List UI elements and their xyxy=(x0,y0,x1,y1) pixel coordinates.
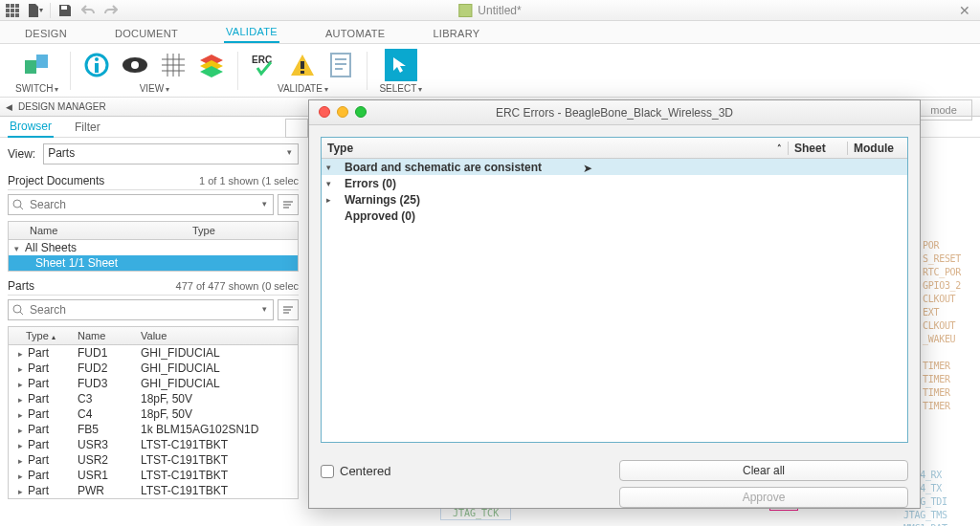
proj-docs-count: 1 of 1 shown (1 selec xyxy=(199,175,299,186)
qa-redo-icon[interactable] xyxy=(102,2,120,19)
parts-search-input[interactable] xyxy=(28,302,269,318)
erc-grid: Type˄ Sheet Module ▾Board and schematic … xyxy=(321,137,908,443)
ribbon-tabs: DESIGN DOCUMENT VALIDATE AUTOMATE LIBRAR… xyxy=(0,21,980,44)
view-select[interactable]: Parts xyxy=(43,143,299,164)
grid-col-module[interactable]: Module xyxy=(848,142,907,155)
search-icon xyxy=(12,304,24,316)
ribbon: SWITCH VIEW ERC VALIDATE SELECT xyxy=(0,44,980,98)
eye-icon[interactable] xyxy=(121,51,149,79)
svg-line-34 xyxy=(20,312,23,315)
mode-select[interactable]: mode xyxy=(915,99,972,121)
dialog-minimize-icon[interactable] xyxy=(337,106,348,118)
group-view-label: VIEW xyxy=(140,83,165,94)
qa-grid-icon[interactable] xyxy=(4,2,21,19)
svg-rect-10 xyxy=(25,60,36,74)
part-row[interactable]: PartC318pF, 50V xyxy=(9,391,298,406)
group-switch-label: SWITCH xyxy=(15,83,53,94)
group-validate-label: VALIDATE xyxy=(278,83,323,94)
grid-icon[interactable] xyxy=(159,51,188,79)
col-value[interactable]: Value xyxy=(135,330,298,341)
part-row[interactable]: PartFUD1GHI_FIDUCIAL xyxy=(9,345,298,361)
layers-icon[interactable] xyxy=(197,51,226,79)
sort-button[interactable] xyxy=(278,299,299,320)
parts-body: PartFUD1GHI_FIDUCIALPartFUD2GHI_FIDUCIAL… xyxy=(8,345,299,499)
select-icon[interactable] xyxy=(385,49,417,81)
clear-all-button[interactable]: Clear all xyxy=(619,460,908,481)
grid-row-errors[interactable]: ▾Errors (0) xyxy=(322,175,907,191)
part-row[interactable]: PartUSR2LTST-C191TBKT xyxy=(9,452,298,468)
qa-undo-icon[interactable] xyxy=(79,2,97,19)
part-row[interactable]: PartFUD2GHI_FIDUCIAL xyxy=(9,361,298,376)
tab-automate[interactable]: AUTOMATE xyxy=(323,24,388,43)
info-icon[interactable] xyxy=(82,51,111,79)
tab-library[interactable]: LIBRARY xyxy=(431,24,481,43)
grid-col-sheet[interactable]: Sheet xyxy=(789,142,848,155)
canvas-net-labels: PORS_RESETRTC_PORGPIO3_2CLKOUTEXTCLKOUT_… xyxy=(923,239,980,413)
search-icon xyxy=(12,199,24,210)
part-row[interactable]: PartC418pF, 50V xyxy=(9,406,298,422)
sheets-header: Name Type xyxy=(8,221,299,240)
tab-design[interactable]: DESIGN xyxy=(23,24,69,43)
switch-icon[interactable] xyxy=(23,51,52,79)
dm-tab-filter[interactable]: Filter xyxy=(73,118,102,137)
grid-row-approved[interactable]: Approved (0) xyxy=(322,208,907,224)
warning-icon[interactable] xyxy=(288,51,317,79)
svg-rect-2 xyxy=(15,4,19,8)
window-title-text: Untitled* xyxy=(478,4,521,17)
grid-row-consistent[interactable]: ▾Board and schematic are consistent xyxy=(322,159,907,175)
group-select-label: SELECT xyxy=(379,83,416,94)
svg-rect-8 xyxy=(15,13,19,17)
qa-new-icon[interactable]: ▾ xyxy=(27,2,44,19)
svg-rect-4 xyxy=(11,9,14,12)
title-bar: ▾ Untitled* ✕ xyxy=(0,0,980,21)
tree-all-sheets[interactable]: All Sheets xyxy=(9,240,298,255)
dialog-close-icon[interactable] xyxy=(319,106,330,118)
svg-rect-5 xyxy=(15,9,19,12)
col-type[interactable]: Type xyxy=(192,225,298,236)
svg-point-16 xyxy=(131,61,139,69)
svg-line-29 xyxy=(20,207,23,209)
tab-validate[interactable]: VALIDATE xyxy=(224,22,279,43)
col-name[interactable]: Name xyxy=(9,225,192,236)
dm-body: View: Parts Project Documents 1 of 1 sho… xyxy=(0,138,306,499)
centered-checkbox[interactable]: Centered xyxy=(321,464,390,478)
parts-search[interactable] xyxy=(8,299,274,320)
proj-docs-search-input[interactable] xyxy=(28,197,269,212)
svg-point-33 xyxy=(13,305,21,313)
part-row[interactable]: PartPWRLTST-C191TBKT xyxy=(9,483,298,498)
sort-button[interactable] xyxy=(278,194,299,215)
col-type: Type ▴ xyxy=(9,330,78,341)
proj-docs-title: Project Documents xyxy=(8,174,104,187)
svg-rect-14 xyxy=(95,63,99,73)
tab-document[interactable]: DOCUMENT xyxy=(113,24,180,43)
parts-header: Type ▴ Name Value xyxy=(8,326,299,345)
dm-tab-browser[interactable]: Browser xyxy=(8,117,54,138)
window-title: Untitled* xyxy=(458,4,521,17)
part-row[interactable]: PartFB51k BLM15AG102SN1D xyxy=(9,422,298,437)
svg-point-13 xyxy=(95,57,99,61)
svg-rect-1 xyxy=(11,4,14,8)
svg-rect-0 xyxy=(6,4,10,8)
svg-rect-11 xyxy=(36,55,48,68)
report-icon[interactable] xyxy=(326,51,355,79)
part-row[interactable]: PartUSR1LTST-C191TBKT xyxy=(9,468,298,483)
part-row[interactable]: PartUSR3LTST-C191TBKT xyxy=(9,437,298,452)
proj-docs-search[interactable] xyxy=(8,194,274,215)
approve-button[interactable]: Approve xyxy=(619,487,908,508)
erc-icon[interactable]: ERC xyxy=(250,51,278,79)
part-row[interactable]: PartFUD3GHI_FIDUCIAL xyxy=(9,376,298,391)
dialog-titlebar[interactable]: ERC Errors - BeagleBone_Black_Wireless_3… xyxy=(309,100,920,125)
qa-save-icon[interactable] xyxy=(56,2,74,19)
col-name[interactable]: Name xyxy=(78,330,135,341)
dialog-zoom-icon[interactable] xyxy=(355,106,367,118)
close-icon[interactable]: ✕ xyxy=(959,3,970,18)
svg-rect-22 xyxy=(301,61,304,69)
grid-col-type[interactable]: Type˄ xyxy=(322,142,789,155)
editor-toolbar-peek xyxy=(285,119,308,138)
svg-rect-23 xyxy=(301,71,304,74)
parts-title: Parts xyxy=(8,279,34,293)
erc-dialog: ERC Errors - BeagleBone_Black_Wireless_3… xyxy=(308,99,921,509)
grid-row-warnings[interactable]: ▸Warnings (25) xyxy=(322,191,907,208)
svg-rect-3 xyxy=(6,9,10,12)
tree-sheet-1[interactable]: Sheet 1/1 Sheet xyxy=(9,255,298,271)
